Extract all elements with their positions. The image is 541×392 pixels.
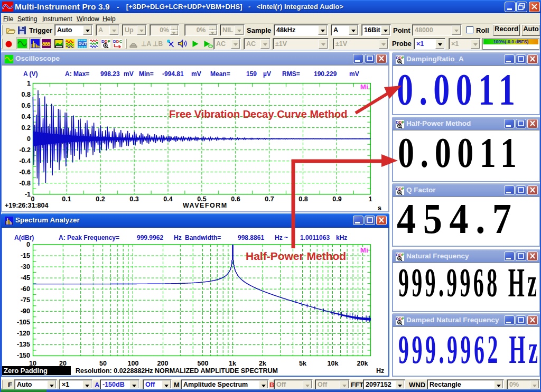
svg-text:DDP: DDP: [101, 39, 110, 44]
svg-text:0.0011: 0.0011: [398, 130, 517, 176]
svg-text:0.0011: 0.0011: [397, 66, 515, 114]
svg-text:888: 888: [42, 41, 51, 48]
svg-text:DUT: DUT: [79, 41, 87, 46]
svg-text:454.7: 454.7: [397, 197, 511, 242]
svg-text:999.9962 Hz: 999.9962 Hz: [398, 327, 538, 371]
svg-text:999.9968 Hz: 999.9968 Hz: [398, 263, 537, 305]
svg-text:DDC: DDC: [113, 39, 122, 44]
